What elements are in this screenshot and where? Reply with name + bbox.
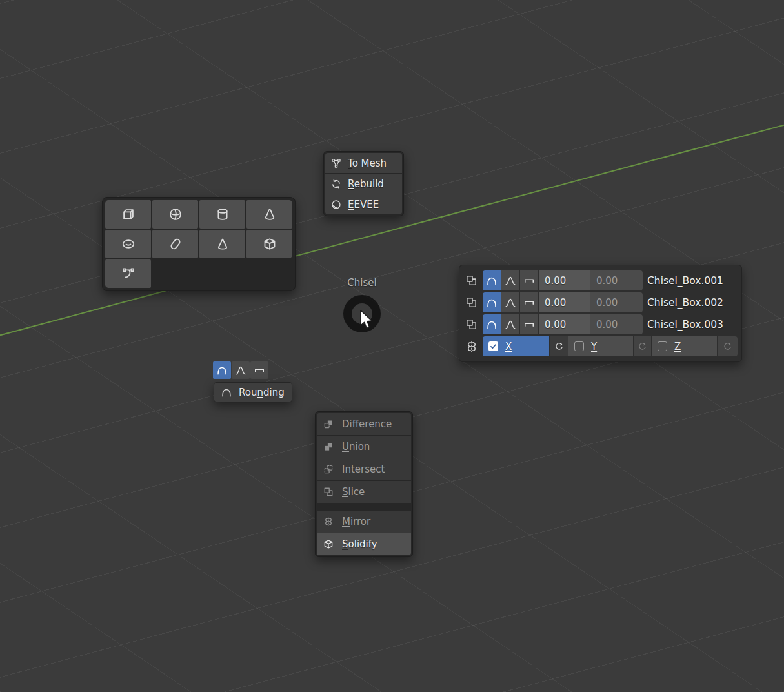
- row1-object-name: Chisel_Box.001: [647, 270, 723, 290]
- union-icon: [323, 441, 334, 453]
- shape-cell-cone[interactable]: [199, 230, 245, 258]
- flat-profile-icon: [523, 318, 536, 331]
- row2-value-b-field[interactable]: 0.00: [590, 292, 643, 312]
- label-post: nion: [349, 441, 370, 453]
- label-post: ifference: [350, 418, 392, 430]
- label-post: lice: [348, 486, 365, 498]
- row3-value-b-field[interactable]: 0.00: [590, 314, 643, 334]
- axis-label: Y: [591, 341, 597, 352]
- shape-cell-cone-rounded[interactable]: [246, 200, 292, 229]
- row1-value-a-field[interactable]: 0.00: [539, 270, 590, 290]
- rounding-menu-item[interactable]: Rounding: [214, 382, 292, 402]
- label-post: ebuild: [354, 178, 384, 190]
- cube-icon: [121, 207, 136, 222]
- label-post: irror: [350, 516, 370, 527]
- menu-item-eevee[interactable]: EEVEE: [325, 194, 402, 214]
- row1-value-b-field[interactable]: 0.00: [590, 270, 643, 290]
- shape-cell-box[interactable]: [246, 230, 292, 258]
- mirror-x-reset-button[interactable]: [550, 336, 568, 356]
- shape-cell-sphere[interactable]: [152, 200, 198, 229]
- mirror-axis-z-toggle[interactable]: Z: [652, 336, 717, 356]
- to-mesh-icon: [330, 158, 342, 169]
- checkbox-checked[interactable]: [488, 341, 498, 351]
- intersect-icon: [323, 463, 334, 475]
- flat-profile-icon: [253, 364, 266, 377]
- row2-profile-flat-button[interactable]: [520, 292, 538, 312]
- rotate-icon: [554, 341, 565, 352]
- mirror-axis-x-toggle[interactable]: X: [483, 336, 549, 356]
- shape-cell-empty: [199, 260, 245, 288]
- shape-cell-cube[interactable]: [105, 200, 151, 229]
- axis-label: Z: [674, 341, 681, 352]
- menu-item-solidify[interactable]: Solidify: [317, 533, 411, 555]
- menu-item-label: Union: [342, 441, 370, 453]
- sphere-icon: [168, 207, 183, 222]
- menu-item-label: Difference: [342, 418, 392, 430]
- mirror-y-reset-button[interactable]: [634, 336, 651, 356]
- label-accel: T: [348, 158, 352, 169]
- bell-profile-icon: [504, 274, 517, 287]
- bell-profile-icon: [504, 296, 517, 309]
- value-text: 0.00: [545, 319, 566, 331]
- value-text: 0.00: [596, 297, 618, 309]
- row2-object-name: Chisel_Box.002: [647, 292, 723, 312]
- cylinder-icon: [215, 207, 230, 222]
- menu-item-label: Mirror: [342, 516, 370, 527]
- label-post: olidify: [348, 538, 377, 550]
- value-text: 0.00: [596, 319, 618, 331]
- label-pre: Rou: [239, 387, 257, 398]
- mouse-cursor: [359, 309, 375, 331]
- slice-icon: [323, 486, 334, 498]
- slice-icon: [465, 296, 478, 309]
- shape-cell-ellipse[interactable]: [105, 230, 151, 258]
- flat-profile-icon: [523, 296, 536, 309]
- menu-item-rebuild[interactable]: Rebuild: [325, 174, 402, 194]
- label-accel: D: [342, 418, 350, 430]
- row1-profile-flat-button[interactable]: [520, 270, 538, 290]
- row2-profile-round-button[interactable]: [483, 292, 501, 312]
- round-profile-icon: [485, 318, 498, 331]
- menu-item-to-mesh[interactable]: To Mesh: [325, 153, 402, 173]
- round-profile-icon: [216, 364, 228, 377]
- menu-item-label: Rebuild: [348, 178, 384, 190]
- menu-item-mirror[interactable]: Mirror: [317, 511, 411, 533]
- mirror-icon: [323, 516, 334, 527]
- primitive-shape-grid: [102, 197, 296, 291]
- checkbox-unchecked[interactable]: [658, 341, 667, 351]
- profile-bell-button[interactable]: [232, 361, 250, 379]
- round-profile-icon: [485, 274, 498, 287]
- menu-item-union[interactable]: Union: [317, 436, 411, 458]
- rebuild-icon: [330, 178, 342, 190]
- curve-icon: [121, 266, 136, 281]
- row3-profile-flat-button[interactable]: [520, 314, 538, 334]
- mirror-z-reset-button[interactable]: [718, 336, 738, 356]
- row2-profile-bell-button[interactable]: [501, 292, 519, 312]
- shape-cell-curve[interactable]: [105, 260, 151, 288]
- shape-cell-capsule[interactable]: [152, 230, 198, 258]
- menu-item-slice[interactable]: Slice: [317, 481, 411, 503]
- row2-value-a-field[interactable]: 0.00: [539, 292, 590, 312]
- menu-item-difference[interactable]: Difference: [317, 413, 411, 435]
- checkbox-unchecked[interactable]: [574, 341, 584, 351]
- mirror-axis-y-toggle[interactable]: Y: [568, 336, 633, 356]
- profile-flat-button[interactable]: [250, 361, 268, 379]
- row1-profile-bell-button[interactable]: [501, 270, 519, 290]
- menu-item-label: EEVEE: [348, 199, 379, 210]
- profile-round-button[interactable]: [213, 361, 231, 379]
- value-text: 0.00: [545, 297, 566, 309]
- capsule-icon: [168, 236, 183, 252]
- shape-cell-cylinder[interactable]: [199, 200, 245, 229]
- label-post: ntersect: [345, 463, 385, 475]
- eevee-icon: [330, 199, 342, 210]
- row-boolean-icon-cell: [463, 292, 480, 312]
- row1-profile-round-button[interactable]: [483, 270, 501, 290]
- row3-profile-round-button[interactable]: [483, 314, 501, 334]
- row3-value-a-field[interactable]: 0.00: [539, 314, 590, 334]
- menu-item-label: Slice: [342, 486, 365, 498]
- label-post: ding: [263, 387, 285, 398]
- mirror-row-icon-cell: [463, 336, 480, 356]
- shape-cell-empty: [152, 260, 198, 288]
- row3-profile-bell-button[interactable]: [501, 314, 519, 334]
- row-boolean-icon-cell: [463, 270, 480, 290]
- menu-item-intersect[interactable]: Intersect: [317, 458, 411, 480]
